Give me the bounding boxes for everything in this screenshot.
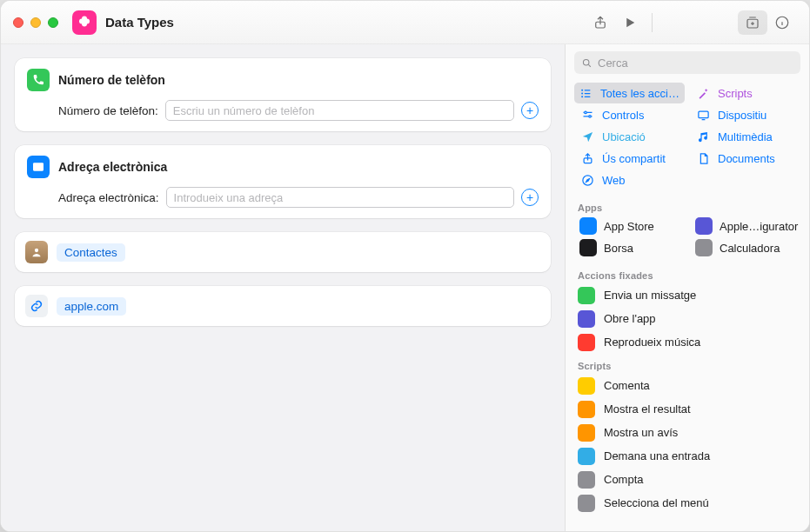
- action-item[interactable]: Selecciona del menú: [566, 491, 809, 515]
- contacts-token[interactable]: Contactes: [57, 243, 125, 262]
- app-item[interactable]: App Store: [574, 216, 685, 236]
- field-label: Adreça electrònica:: [58, 191, 159, 204]
- link-icon: [25, 295, 48, 317]
- titlebar: Data Types: [1, 1, 809, 44]
- action-item[interactable]: Reprodueix música: [566, 330, 809, 354]
- section-scripts: Scripts: [566, 354, 809, 374]
- action-item[interactable]: Demana una entrada: [566, 444, 809, 468]
- action-icon: [578, 334, 595, 351]
- svg-point-12: [584, 111, 586, 114]
- action-url[interactable]: apple.com: [15, 286, 551, 326]
- action-phone-number[interactable]: Número de telèfon Número de telèfon: +: [15, 58, 551, 131]
- info-button[interactable]: [767, 10, 797, 35]
- contacts-icon: [25, 241, 48, 263]
- svg-rect-3: [33, 163, 44, 170]
- add-variable-button[interactable]: +: [521, 102, 539, 119]
- action-title: Adreça electrònica: [58, 160, 167, 174]
- svg-rect-7: [585, 90, 591, 90]
- action-label: Comenta: [604, 379, 650, 392]
- section-apps: Apps: [566, 196, 809, 216]
- doc-icon: [695, 150, 711, 166]
- category-music[interactable]: Multimèdia: [690, 126, 800, 147]
- action-item[interactable]: Obre l'app: [566, 307, 809, 330]
- action-icon: [578, 310, 595, 328]
- category-label: Scripts: [718, 87, 753, 100]
- action-label: Obre l'app: [604, 312, 656, 325]
- category-label: Controls: [602, 109, 644, 122]
- library-panel: Totes les acci…ScriptsControlsDispositiu…: [565, 44, 809, 531]
- category-device[interactable]: Dispositiu: [690, 104, 800, 125]
- action-icon: [578, 424, 595, 442]
- music-icon: [695, 129, 711, 144]
- action-icon: [578, 471, 595, 489]
- svg-point-6: [582, 89, 584, 90]
- action-label: Compta: [604, 473, 644, 486]
- add-variable-button[interactable]: +: [521, 189, 539, 206]
- action-email-address[interactable]: Adreça electrònica Adreça electrònica: +: [15, 145, 551, 218]
- app-label: App Store: [604, 220, 654, 233]
- category-list[interactable]: Totes les acci…: [574, 83, 685, 103]
- list-icon: [579, 85, 593, 101]
- action-icon: [578, 495, 595, 512]
- action-item[interactable]: Mostra el resultat: [566, 397, 809, 421]
- app-item[interactable]: Calculadora: [690, 237, 800, 258]
- category-label: Documents: [718, 152, 775, 165]
- actions-list[interactable]: Apps App StoreApple…iguratorBorsaCalcula…: [566, 196, 809, 531]
- share-button[interactable]: [586, 10, 615, 35]
- svg-rect-14: [698, 111, 707, 118]
- action-item[interactable]: Envia un missatge: [566, 283, 809, 307]
- action-item[interactable]: Mostra un avís: [566, 421, 809, 444]
- search-field[interactable]: [574, 51, 800, 74]
- action-label: Mostra el resultat: [604, 402, 691, 416]
- action-icon: [578, 401, 595, 418]
- url-token[interactable]: apple.com: [57, 297, 126, 316]
- phone-input[interactable]: [165, 100, 514, 121]
- action-label: Selecciona del menú: [604, 496, 709, 509]
- action-label: Mostra un avís: [604, 426, 678, 439]
- app-icon: [695, 217, 713, 235]
- zoom-window-button[interactable]: [48, 17, 58, 28]
- category-label: Dispositiu: [718, 109, 766, 122]
- minimize-window-button[interactable]: [30, 17, 41, 28]
- phone-icon: [27, 69, 50, 91]
- svg-rect-9: [585, 92, 591, 93]
- category-safari[interactable]: Web: [574, 170, 685, 190]
- search-input[interactable]: [598, 57, 793, 70]
- shortcut-icon: [72, 10, 97, 35]
- app-label: Borsa: [604, 242, 633, 255]
- share-icon: [579, 150, 595, 166]
- action-contacts[interactable]: Contactes: [15, 232, 551, 272]
- close-window-button[interactable]: [13, 17, 23, 28]
- app-label: Calculadora: [720, 242, 780, 255]
- category-share[interactable]: Ús compartit: [574, 148, 685, 169]
- app-icon: [579, 217, 597, 235]
- window-controls: [13, 17, 58, 28]
- library-toggle-button[interactable]: [738, 10, 767, 35]
- svg-point-8: [582, 92, 584, 94]
- app-item[interactable]: Borsa: [574, 237, 685, 258]
- app-item[interactable]: Apple…igurator: [690, 216, 800, 236]
- window-title: Data Types: [105, 15, 174, 30]
- svg-point-5: [583, 59, 589, 65]
- action-item[interactable]: Compta: [566, 468, 809, 491]
- shortcuts-editor-window: Data Types Número de telèfon: [0, 0, 810, 532]
- safari-icon: [579, 172, 595, 188]
- category-grid: Totes les acci…ScriptsControlsDispositiu…: [566, 81, 809, 196]
- app-icon: [695, 239, 713, 256]
- category-label: Ubicació: [602, 130, 646, 143]
- category-wand[interactable]: Scripts: [690, 83, 800, 103]
- run-button[interactable]: [615, 10, 645, 35]
- category-location[interactable]: Ubicació: [574, 126, 685, 147]
- action-title: Número de telèfon: [58, 73, 165, 87]
- action-item[interactable]: Comenta: [566, 374, 809, 397]
- action-label: Demana una entrada: [604, 449, 710, 462]
- mail-icon: [27, 156, 50, 178]
- action-icon: [578, 377, 595, 395]
- category-label: Multimèdia: [718, 130, 773, 143]
- email-input[interactable]: [166, 187, 514, 208]
- svg-point-10: [582, 96, 584, 97]
- editor-canvas[interactable]: Número de telèfon Número de telèfon: + A…: [1, 44, 565, 531]
- category-doc[interactable]: Documents: [690, 148, 800, 169]
- app-label: Apple…igurator: [720, 220, 798, 233]
- category-sliders[interactable]: Controls: [574, 104, 685, 125]
